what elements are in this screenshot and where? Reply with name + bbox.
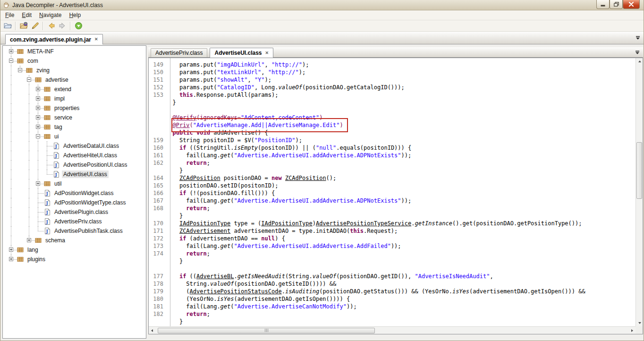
scroll-down-button[interactable] bbox=[636, 319, 643, 326]
tree-indent bbox=[25, 198, 34, 207]
tree-item[interactable]: ui bbox=[3, 132, 146, 141]
tree-item[interactable]: JAdvertisePublishTask.class bbox=[3, 226, 146, 236]
vertical-scroll-thumb[interactable] bbox=[636, 142, 642, 199]
forward-button[interactable] bbox=[57, 21, 68, 31]
expand-toggle[interactable] bbox=[36, 87, 40, 91]
vertical-scrollbar[interactable] bbox=[636, 58, 643, 326]
tree-item[interactable]: JAdvertisePriv.class bbox=[3, 217, 146, 226]
jar-tab-bar: com.zving.advertise.plugin.jar ✕ bbox=[0, 32, 644, 44]
scroll-right-button[interactable] bbox=[628, 327, 636, 334]
tree-indent bbox=[16, 113, 25, 122]
open-file-button[interactable] bbox=[2, 21, 13, 31]
expand-toggle[interactable] bbox=[27, 238, 31, 242]
class-link[interactable]: @Verify bbox=[172, 114, 196, 121]
expand-toggle[interactable] bbox=[36, 106, 40, 110]
tree-indent bbox=[25, 179, 34, 188]
svg-text:J: J bbox=[54, 162, 57, 168]
class-link[interactable]: AdvertisePositionTypeService bbox=[316, 220, 411, 227]
tree-item[interactable]: com bbox=[3, 56, 146, 66]
line-number: 166 bbox=[151, 189, 163, 197]
scrollbar-corner bbox=[636, 326, 643, 334]
menu-help[interactable]: Help bbox=[65, 10, 85, 20]
line-number: 160 bbox=[151, 144, 163, 152]
tree-item[interactable]: tag bbox=[3, 122, 146, 132]
tree-connector bbox=[34, 85, 42, 94]
expand-toggle[interactable] bbox=[36, 125, 40, 129]
update-icon bbox=[75, 22, 83, 30]
tree-item[interactable]: zving bbox=[3, 66, 146, 75]
tree-item[interactable]: util bbox=[3, 179, 146, 188]
tree-item[interactable]: JAdvertiseDataUI.class bbox=[3, 141, 146, 151]
menu-navigate[interactable]: Navigate bbox=[35, 10, 65, 20]
expand-toggle[interactable] bbox=[36, 115, 40, 119]
class-link[interactable]: @Priv bbox=[172, 122, 189, 128]
code-area: 149 params.put("imgADLinkUrl", "http://"… bbox=[149, 58, 636, 326]
tree-indent bbox=[25, 103, 34, 113]
tree-item[interactable]: JAdvertiseUI.class bbox=[3, 170, 146, 179]
tab-list-dropdown[interactable] bbox=[634, 50, 641, 55]
tree-connector bbox=[42, 170, 51, 179]
tree-indent bbox=[16, 141, 25, 151]
class-link[interactable]: ZCAdvertisement bbox=[179, 228, 230, 234]
line-number: 151 bbox=[151, 76, 163, 84]
expand-toggle[interactable] bbox=[36, 181, 40, 186]
tree-item[interactable]: JAdvertisePositionUI.class bbox=[3, 160, 146, 170]
scroll-left-button[interactable] bbox=[149, 327, 156, 334]
tree-item[interactable]: impl bbox=[3, 94, 146, 103]
chevron-down-icon bbox=[636, 35, 640, 40]
expand-toggle[interactable] bbox=[9, 257, 13, 261]
expand-toggle[interactable] bbox=[27, 77, 31, 82]
tree-item[interactable]: service bbox=[3, 113, 146, 122]
expand-toggle[interactable] bbox=[36, 96, 40, 101]
horizontal-scroll-thumb[interactable] bbox=[158, 328, 375, 333]
check-update-button[interactable] bbox=[73, 21, 84, 31]
java-class-icon: J bbox=[43, 208, 51, 216]
expand-toggle[interactable] bbox=[9, 49, 13, 53]
horizontal-scrollbar[interactable] bbox=[149, 326, 636, 334]
tree-item-label: properties bbox=[53, 104, 81, 112]
minimize-button[interactable] bbox=[596, 0, 610, 9]
tree-item[interactable]: properties bbox=[3, 103, 146, 113]
close-button[interactable] bbox=[623, 0, 640, 9]
tree-item[interactable]: JAdvertiseHiteUI.class bbox=[3, 151, 146, 160]
back-button[interactable] bbox=[45, 21, 57, 31]
class-link[interactable]: IAdPositionType bbox=[179, 220, 230, 227]
tab-list-dropdown[interactable] bbox=[635, 35, 641, 41]
scroll-up-button[interactable] bbox=[636, 58, 643, 65]
menu-edit[interactable]: Edit bbox=[18, 10, 35, 20]
tree-indent bbox=[7, 226, 16, 236]
open-type-button[interactable] bbox=[18, 21, 29, 31]
class-link[interactable]: ZCAdPosition bbox=[179, 175, 220, 181]
tree-item[interactable]: JAdPositionWidgetType.class bbox=[3, 198, 146, 207]
expand-toggle[interactable] bbox=[18, 68, 22, 72]
tree-item[interactable]: plugins bbox=[3, 255, 146, 264]
close-tab-icon[interactable]: ✕ bbox=[265, 51, 269, 55]
search-button[interactable] bbox=[29, 21, 41, 31]
class-link[interactable]: AdvertiseBL bbox=[196, 273, 234, 280]
tree-item[interactable]: JAdvertisePlugin.class bbox=[3, 207, 146, 217]
code-line: } bbox=[149, 318, 636, 325]
close-tab-icon[interactable]: ✕ bbox=[94, 37, 98, 42]
code-line: } bbox=[149, 257, 636, 265]
class-link[interactable]: AdvertisePositionStatusCode bbox=[190, 288, 282, 295]
tree-item[interactable]: advertise bbox=[3, 75, 146, 85]
tree-item[interactable]: META-INF bbox=[3, 47, 146, 56]
menu-file[interactable]: File bbox=[1, 10, 18, 20]
expand-toggle[interactable] bbox=[36, 134, 40, 138]
tab-advertisepriv-class[interactable]: AdvertisePriv.class bbox=[151, 48, 207, 57]
class-link[interactable]: ZCAdPosition bbox=[285, 175, 326, 181]
expand-toggle[interactable] bbox=[9, 247, 13, 252]
tab-advertiseui-class[interactable]: AdvertiseUI.class✕ bbox=[210, 48, 273, 58]
java-class-icon: J bbox=[43, 189, 51, 197]
tree-item[interactable]: JAdPositionWidget.class bbox=[3, 188, 146, 198]
tree-item[interactable]: extend bbox=[3, 85, 146, 94]
restore-button[interactable] bbox=[610, 0, 623, 9]
tree-item[interactable]: lang bbox=[3, 245, 146, 255]
class-link[interactable]: IAdPositionType bbox=[261, 220, 312, 227]
tree-indent bbox=[16, 85, 25, 94]
tree-indent bbox=[25, 85, 34, 94]
tree-item[interactable]: schema bbox=[3, 236, 146, 245]
expand-toggle[interactable] bbox=[9, 59, 13, 63]
tab-jar[interactable]: com.zving.advertise.plugin.jar ✕ bbox=[5, 34, 103, 44]
tree-item-label: ui bbox=[53, 133, 60, 140]
